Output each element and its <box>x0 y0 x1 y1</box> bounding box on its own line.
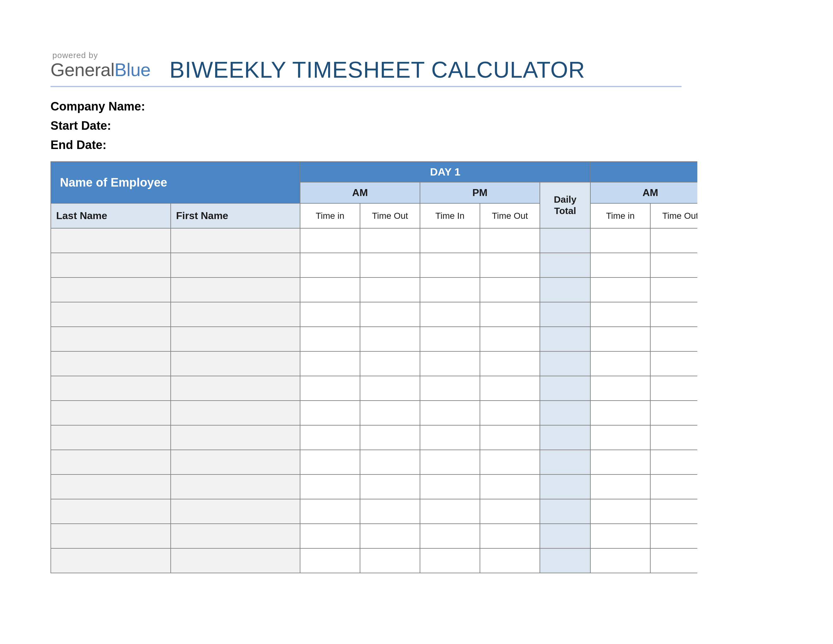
d2-am-out-cell[interactable] <box>650 351 697 376</box>
last-name-cell[interactable] <box>51 548 171 573</box>
first-name-cell[interactable] <box>171 253 300 277</box>
d1-am-in-cell[interactable] <box>300 277 360 302</box>
first-name-cell[interactable] <box>171 450 300 475</box>
first-name-cell[interactable] <box>171 425 300 450</box>
d1-total-cell[interactable] <box>540 499 590 524</box>
d1-am-in-cell[interactable] <box>300 425 360 450</box>
d1-total-cell[interactable] <box>540 524 590 548</box>
d2-am-out-cell[interactable] <box>650 302 697 327</box>
d1-total-cell[interactable] <box>540 327 590 351</box>
d2-am-out-cell[interactable] <box>650 376 697 401</box>
d1-am-in-cell[interactable] <box>300 401 360 425</box>
d1-am-in-cell[interactable] <box>300 450 360 475</box>
d1-am-out-cell[interactable] <box>360 327 420 351</box>
d1-total-cell[interactable] <box>540 475 590 499</box>
last-name-cell[interactable] <box>51 450 171 475</box>
d1-am-out-cell[interactable] <box>360 450 420 475</box>
d1-am-in-cell[interactable] <box>300 302 360 327</box>
last-name-cell[interactable] <box>51 351 171 376</box>
d1-am-in-cell[interactable] <box>300 499 360 524</box>
last-name-cell[interactable] <box>51 277 171 302</box>
d2-am-out-cell[interactable] <box>650 499 697 524</box>
d2-am-in-cell[interactable] <box>590 327 650 351</box>
first-name-cell[interactable] <box>171 548 300 573</box>
d1-total-cell[interactable] <box>540 351 590 376</box>
d1-am-out-cell[interactable] <box>360 401 420 425</box>
first-name-cell[interactable] <box>171 499 300 524</box>
d2-am-in-cell[interactable] <box>590 499 650 524</box>
d2-am-in-cell[interactable] <box>590 351 650 376</box>
d2-am-out-cell[interactable] <box>650 253 697 277</box>
d1-am-out-cell[interactable] <box>360 425 420 450</box>
d1-am-in-cell[interactable] <box>300 228 360 253</box>
first-name-cell[interactable] <box>171 302 300 327</box>
d2-am-out-cell[interactable] <box>650 228 697 253</box>
d1-pm-out-cell[interactable] <box>480 524 540 548</box>
last-name-cell[interactable] <box>51 524 171 548</box>
d1-total-cell[interactable] <box>540 253 590 277</box>
d2-am-in-cell[interactable] <box>590 425 650 450</box>
last-name-cell[interactable] <box>51 253 171 277</box>
d1-pm-out-cell[interactable] <box>480 548 540 573</box>
d2-am-in-cell[interactable] <box>590 450 650 475</box>
d1-pm-in-cell[interactable] <box>420 401 480 425</box>
d1-am-out-cell[interactable] <box>360 277 420 302</box>
last-name-cell[interactable] <box>51 499 171 524</box>
d1-am-out-cell[interactable] <box>360 253 420 277</box>
first-name-cell[interactable] <box>171 475 300 499</box>
d1-am-out-cell[interactable] <box>360 351 420 376</box>
d1-total-cell[interactable] <box>540 425 590 450</box>
d1-am-out-cell[interactable] <box>360 302 420 327</box>
d1-am-out-cell[interactable] <box>360 228 420 253</box>
d2-am-out-cell[interactable] <box>650 548 697 573</box>
d1-pm-in-cell[interactable] <box>420 253 480 277</box>
d1-pm-in-cell[interactable] <box>420 548 480 573</box>
last-name-cell[interactable] <box>51 475 171 499</box>
first-name-cell[interactable] <box>171 228 300 253</box>
last-name-cell[interactable] <box>51 327 171 351</box>
d1-am-in-cell[interactable] <box>300 524 360 548</box>
d1-pm-in-cell[interactable] <box>420 327 480 351</box>
d1-pm-out-cell[interactable] <box>480 475 540 499</box>
d2-am-in-cell[interactable] <box>590 277 650 302</box>
d1-pm-out-cell[interactable] <box>480 253 540 277</box>
d1-pm-out-cell[interactable] <box>480 277 540 302</box>
first-name-cell[interactable] <box>171 376 300 401</box>
d2-am-in-cell[interactable] <box>590 253 650 277</box>
d1-pm-out-cell[interactable] <box>480 228 540 253</box>
d2-am-in-cell[interactable] <box>590 401 650 425</box>
d1-pm-out-cell[interactable] <box>480 425 540 450</box>
last-name-cell[interactable] <box>51 425 171 450</box>
d2-am-in-cell[interactable] <box>590 228 650 253</box>
d1-total-cell[interactable] <box>540 548 590 573</box>
last-name-cell[interactable] <box>51 228 171 253</box>
last-name-cell[interactable] <box>51 302 171 327</box>
d1-pm-out-cell[interactable] <box>480 351 540 376</box>
d1-pm-out-cell[interactable] <box>480 302 540 327</box>
d1-total-cell[interactable] <box>540 302 590 327</box>
last-name-cell[interactable] <box>51 376 171 401</box>
d1-am-in-cell[interactable] <box>300 475 360 499</box>
d2-am-out-cell[interactable] <box>650 475 697 499</box>
d1-am-in-cell[interactable] <box>300 253 360 277</box>
d1-pm-out-cell[interactable] <box>480 376 540 401</box>
d1-am-out-cell[interactable] <box>360 499 420 524</box>
first-name-cell[interactable] <box>171 401 300 425</box>
d1-am-in-cell[interactable] <box>300 351 360 376</box>
d1-total-cell[interactable] <box>540 277 590 302</box>
d1-pm-out-cell[interactable] <box>480 327 540 351</box>
d1-pm-in-cell[interactable] <box>420 228 480 253</box>
d1-pm-out-cell[interactable] <box>480 401 540 425</box>
d1-pm-in-cell[interactable] <box>420 277 480 302</box>
d1-am-out-cell[interactable] <box>360 475 420 499</box>
d1-am-in-cell[interactable] <box>300 376 360 401</box>
d1-pm-in-cell[interactable] <box>420 425 480 450</box>
d1-pm-in-cell[interactable] <box>420 302 480 327</box>
d1-pm-out-cell[interactable] <box>480 499 540 524</box>
d2-am-in-cell[interactable] <box>590 548 650 573</box>
d1-pm-in-cell[interactable] <box>420 351 480 376</box>
d1-pm-in-cell[interactable] <box>420 376 480 401</box>
d1-am-in-cell[interactable] <box>300 327 360 351</box>
d1-pm-in-cell[interactable] <box>420 524 480 548</box>
d1-am-out-cell[interactable] <box>360 548 420 573</box>
